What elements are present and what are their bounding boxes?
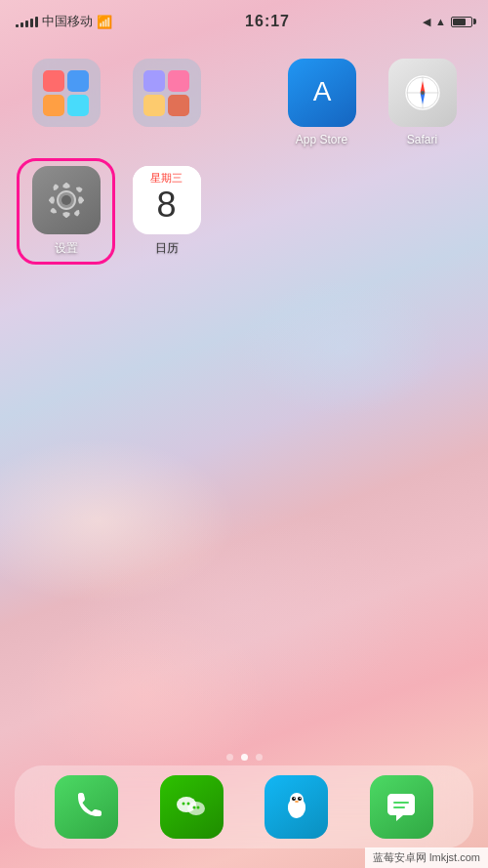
app-appstore[interactable]: A App Store [280,59,363,146]
appstore-label: App Store [296,133,347,146]
svg-point-23 [299,797,301,799]
dock-qq[interactable] [264,775,328,839]
page-dot-0[interactable] [226,754,233,761]
calendar-weekday: 星期三 [133,166,201,186]
svg-rect-28 [393,806,405,808]
status-left: 中国移动 📶 [16,13,112,30]
dock-messages[interactable] [370,775,433,839]
carrier-label: 中国移动 [42,13,93,30]
folder-2[interactable] [125,59,208,127]
battery-icon [451,17,472,27]
phone-icon-svg [68,789,105,826]
svg-point-22 [293,797,295,799]
folder-1[interactable] [24,59,107,127]
gear-svg [43,177,90,224]
folder-2-icon [133,59,201,127]
settings-label: 设置 [55,240,78,257]
top-left-apps [24,59,208,127]
signal-icon [16,16,38,27]
page-dots [0,754,488,761]
wechat-icon-svg [171,787,212,828]
svg-point-26 [300,803,305,812]
svg-point-16 [193,806,196,808]
calendar-icon: 星期三 8 [133,166,201,234]
svg-rect-27 [393,802,409,804]
folder-1-icon [32,59,101,127]
svg-point-13 [187,802,205,815]
gps-icon: ▲ [435,16,446,27]
appstore-svg: A [301,71,344,114]
svg-point-25 [288,803,294,812]
app-settings[interactable]: 设置 [24,166,107,257]
status-bar: 中国移动 📶 16:17 ◀ ▲ [0,0,488,43]
dock-phone[interactable] [55,775,118,839]
calendar-label: 日历 [155,240,179,257]
calendar-date: 8 [156,186,176,223]
page-dot-1[interactable] [241,754,248,761]
status-time: 16:17 [245,13,290,30]
location-icon: ◀ [423,16,430,28]
page-dot-2[interactable] [256,754,263,761]
safari-svg [399,69,446,116]
svg-point-11 [61,195,71,205]
svg-point-17 [197,806,200,808]
svg-text:A: A [312,76,331,106]
svg-point-14 [183,802,185,805]
svg-point-8 [421,91,425,95]
safari-label: Safari [407,133,437,146]
settings-icon [32,166,101,234]
safari-icon [388,59,457,127]
app-grid: A App Store [0,49,488,286]
app-row-2: 设置 星期三 8 日历 [20,166,468,257]
app-row-1: A App Store [20,59,468,146]
dock-wechat[interactable] [160,775,224,839]
svg-point-15 [187,802,190,805]
watermark: 蓝莓安卓网 lmkjst.com [365,847,488,868]
app-safari[interactable]: Safari [381,59,464,146]
messages-icon-svg [382,788,421,827]
dock [15,765,473,848]
qq-icon-svg [277,788,316,827]
appstore-icon: A [288,59,356,127]
svg-point-24 [295,801,299,803]
wifi-icon: 📶 [97,15,112,29]
status-right: ◀ ▲ [423,16,472,28]
top-right-apps: A App Store [280,59,464,146]
app-calendar[interactable]: 星期三 8 日历 [125,166,208,257]
